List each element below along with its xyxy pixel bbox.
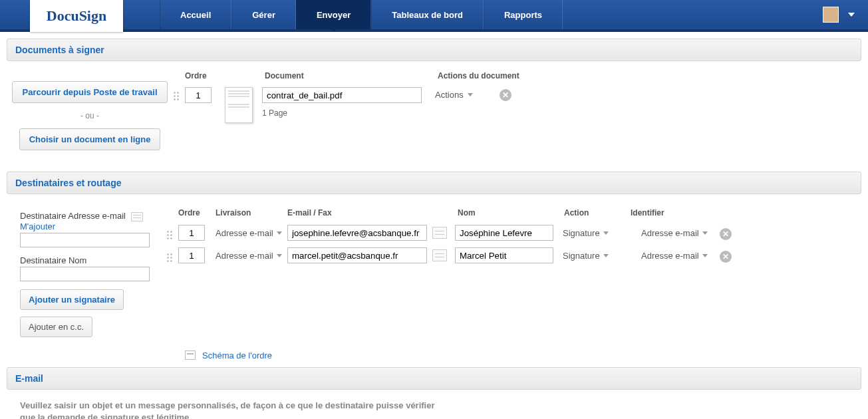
recipient-email-field[interactable] xyxy=(287,247,427,263)
document-upload-panel: Parcourir depuis Poste de travail - ou -… xyxy=(7,71,173,158)
nav-rapports[interactable]: Rapports xyxy=(484,0,563,29)
user-menu[interactable] xyxy=(823,0,868,29)
drag-handle-icon[interactable] xyxy=(166,249,178,262)
nav-envoyer[interactable]: Envoyer xyxy=(296,0,371,29)
recipient-row: Adresse e-mail Signature Adresse e-mail … xyxy=(166,244,861,267)
nav-tableaux-de-bord[interactable]: Tableaux de bord xyxy=(371,0,484,29)
col-delivery: Livraison xyxy=(216,208,287,217)
col-action: Action xyxy=(564,208,631,217)
browse-local-button[interactable]: Parcourir depuis Poste de travail xyxy=(12,81,167,103)
chevron-down-icon xyxy=(848,13,855,17)
col-name: Nom xyxy=(458,208,564,217)
action-dropdown[interactable]: Signature xyxy=(563,251,623,261)
page-count: 1 Page xyxy=(262,108,422,118)
col-order: Ordre xyxy=(185,71,225,80)
recipient-name-label: Destinataire Nom xyxy=(20,255,86,265)
drag-handle-icon[interactable] xyxy=(173,87,185,100)
document-row: 1 Page Actions ✕ xyxy=(173,84,861,123)
top-nav: DocuSign Accueil Gérer Envoyer Tableaux … xyxy=(0,0,868,32)
add-signer-button[interactable]: Ajouter un signataire xyxy=(20,289,124,310)
delivery-dropdown[interactable]: Adresse e-mail xyxy=(216,228,282,238)
order-schema-icon xyxy=(185,350,196,360)
chevron-down-icon xyxy=(277,254,282,257)
recipient-row: Adresse e-mail Signature Adresse e-mail … xyxy=(166,221,861,244)
address-book-icon[interactable] xyxy=(432,249,447,261)
drag-handle-icon[interactable] xyxy=(166,226,178,239)
address-book-icon[interactable] xyxy=(131,212,143,221)
nav-gerer[interactable]: Gérer xyxy=(231,0,296,29)
recipient-order-input[interactable] xyxy=(178,225,205,241)
col-doc-actions: Actions du document xyxy=(438,71,537,80)
remove-recipient-button[interactable]: ✕ xyxy=(720,251,732,263)
recipient-order-input[interactable] xyxy=(178,247,205,263)
doc-order-input[interactable] xyxy=(185,87,212,103)
recipient-email-input[interactable] xyxy=(20,233,150,247)
col-email: E-mail / Fax xyxy=(287,208,458,217)
document-name-input[interactable] xyxy=(262,87,422,103)
logo[interactable]: DocuSign xyxy=(30,0,123,32)
chevron-down-icon xyxy=(702,254,708,257)
remove-document-button[interactable]: ✕ xyxy=(500,89,511,101)
chevron-down-icon xyxy=(603,231,609,235)
delivery-dropdown[interactable]: Adresse e-mail xyxy=(216,251,282,261)
identify-dropdown[interactable]: Adresse e-mail xyxy=(641,251,708,261)
chevron-down-icon xyxy=(702,231,708,235)
chevron-down-icon xyxy=(468,93,473,96)
recipient-name-input[interactable] xyxy=(20,267,150,281)
logo-text: DocuSign xyxy=(47,7,106,25)
document-actions-dropdown[interactable]: Actions xyxy=(435,87,473,100)
add-cc-button[interactable]: Ajouter en c.c. xyxy=(20,317,92,337)
address-book-icon[interactable] xyxy=(432,227,447,239)
document-thumbnail[interactable] xyxy=(225,87,253,123)
or-separator: - ou - xyxy=(7,111,173,120)
documents-section-header: Documents à signer xyxy=(7,39,861,61)
choose-online-button[interactable]: Choisir un document en ligne xyxy=(19,128,161,150)
col-document: Document xyxy=(265,71,438,80)
avatar xyxy=(823,7,839,23)
col-order: Ordre xyxy=(178,208,216,217)
remove-recipient-button[interactable]: ✕ xyxy=(720,228,732,240)
action-dropdown[interactable]: Signature xyxy=(563,228,623,238)
chevron-down-icon xyxy=(277,231,282,235)
nav-accueil[interactable]: Accueil xyxy=(160,0,231,29)
order-schema-link[interactable]: Schéma de l'ordre xyxy=(202,350,272,360)
recipients-section-header: Destinataires et routage xyxy=(7,172,861,194)
recipient-email-field[interactable] xyxy=(287,225,427,241)
recipient-name-field[interactable] xyxy=(455,247,553,263)
recipient-email-label: Destinataire Adresse e-mail xyxy=(20,211,126,221)
identify-dropdown[interactable]: Adresse e-mail xyxy=(641,228,708,238)
recipient-name-field[interactable] xyxy=(455,225,553,241)
email-section-header: E-mail xyxy=(7,367,861,390)
email-instructions: Veuillez saisir un objet et un message p… xyxy=(20,400,446,419)
add-me-link[interactable]: M'ajouter xyxy=(20,221,55,231)
chevron-down-icon xyxy=(603,254,609,257)
col-identify: Identifier xyxy=(631,208,710,217)
